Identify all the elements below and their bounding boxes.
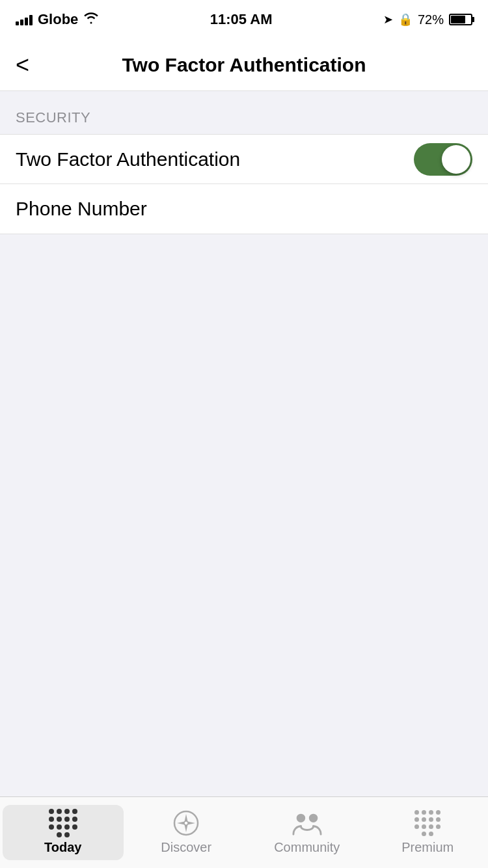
tab-bar: Today Discover <box>0 796 488 868</box>
battery-percent: 72% <box>418 12 444 27</box>
carrier-label: Globe <box>38 11 78 28</box>
two-factor-auth-label: Two Factor Authentication <box>16 148 240 170</box>
tab-community-label: Community <box>274 840 340 855</box>
back-button[interactable]: < <box>16 53 29 77</box>
today-icon <box>48 810 78 836</box>
section-header: SECURITY <box>0 91 488 134</box>
status-right: ➤ 🔒 72% <box>383 12 472 27</box>
tab-premium-label: Premium <box>401 840 454 855</box>
status-left: Globe <box>16 11 99 28</box>
nav-header: < Two Factor Authentication <box>0 39 488 91</box>
tab-discover[interactable]: Discover <box>126 805 247 860</box>
community-icon <box>292 810 322 836</box>
tab-community[interactable]: Community <box>247 805 368 860</box>
battery-icon <box>449 14 472 25</box>
tab-today[interactable]: Today <box>3 805 124 860</box>
svg-point-5 <box>309 814 318 822</box>
two-factor-auth-row[interactable]: Two Factor Authentication <box>0 135 488 184</box>
phone-number-row[interactable]: Phone Number <box>0 184 488 234</box>
wifi-icon <box>83 12 99 27</box>
premium-icon <box>413 810 442 836</box>
location-icon: ➤ <box>383 12 393 27</box>
signal-icon <box>16 14 33 25</box>
tab-premium[interactable]: Premium <box>368 805 489 860</box>
lock-icon: 🔒 <box>398 12 413 27</box>
status-time: 11:05 AM <box>210 11 273 28</box>
toggle-knob <box>442 145 470 174</box>
tab-today-label: Today <box>44 840 81 855</box>
tab-discover-label: Discover <box>161 840 211 855</box>
settings-list: Two Factor Authentication Phone Number <box>0 134 488 234</box>
svg-point-4 <box>296 814 305 822</box>
discover-icon <box>171 810 201 836</box>
main-content <box>0 234 488 815</box>
two-factor-auth-toggle[interactable] <box>414 143 472 176</box>
section-label: SECURITY <box>16 109 90 126</box>
phone-number-label: Phone Number <box>16 198 147 220</box>
page-title: Two Factor Authentication <box>122 54 366 76</box>
status-bar: Globe 11:05 AM ➤ 🔒 72% <box>0 0 488 39</box>
svg-point-3 <box>184 821 188 825</box>
